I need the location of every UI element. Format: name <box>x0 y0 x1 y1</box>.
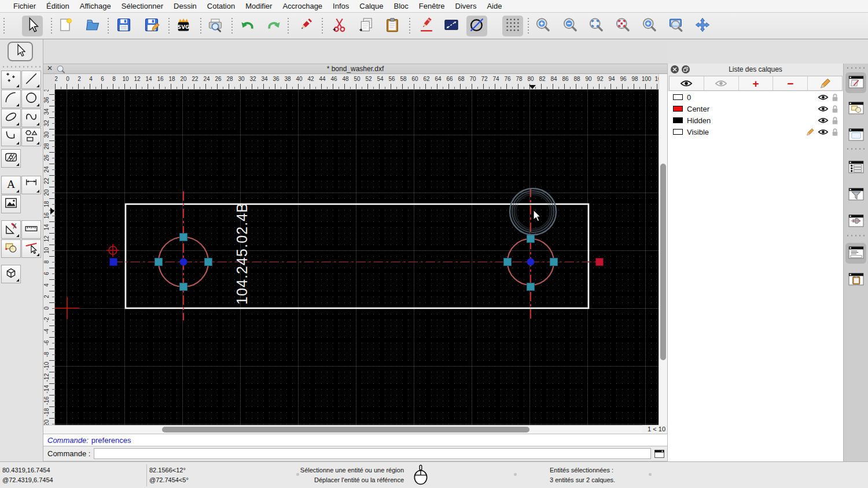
modify-tool-button[interactable] <box>1 220 21 239</box>
vertical-scrollbar[interactable] <box>659 74 667 425</box>
select-arrow-button[interactable] <box>22 16 43 36</box>
remove-layer-button[interactable]: − <box>773 76 808 90</box>
layer-color-swatch[interactable] <box>673 117 683 123</box>
zoom-in-button[interactable] <box>532 16 553 36</box>
redo-button[interactable] <box>264 16 285 36</box>
layer-visibility-eye-icon[interactable] <box>818 128 829 136</box>
open-file-button[interactable] <box>82 16 103 36</box>
menu-item-divers[interactable]: Divers <box>450 2 482 10</box>
layer-color-swatch[interactable] <box>673 106 683 112</box>
menu-item-infos[interactable]: Infos <box>328 2 354 10</box>
layer-row-0[interactable]: 0 <box>668 91 843 103</box>
menu-item-affichage[interactable]: Affichage <box>75 2 116 10</box>
library-browser-window-toggle[interactable] <box>845 125 866 146</box>
zoom-out-button[interactable] <box>560 16 580 36</box>
layer-list-window-toggle[interactable] <box>845 72 866 93</box>
menu-item-fenetre[interactable]: Fenêtre <box>414 2 450 10</box>
text-tool-button[interactable]: A <box>1 176 21 194</box>
layer-lock-icon[interactable] <box>832 116 838 125</box>
hide-all-layers-button[interactable] <box>704 76 739 90</box>
layer-visibility-eye-icon[interactable] <box>818 94 829 101</box>
menu-item-selectionner[interactable]: Sélectionner <box>116 2 168 10</box>
hatches-tool-button[interactable] <box>1 149 21 168</box>
save-as-button[interactable] <box>141 16 162 36</box>
export-svg-button[interactable]: SVG <box>173 16 194 36</box>
widget-list-window-toggle[interactable] <box>845 157 866 178</box>
grid-toggle-button[interactable] <box>502 16 523 36</box>
right-circle-center-handle[interactable] <box>527 258 535 266</box>
draft-mode-button[interactable] <box>466 16 487 36</box>
centerline-left-endpoint-handle[interactable] <box>110 258 117 266</box>
vertical-scrollbar-thumb[interactable] <box>660 164 666 360</box>
menu-item-modifier[interactable]: Modifier <box>240 2 277 10</box>
current-tool-indicator[interactable] <box>8 42 33 61</box>
layer-visibility-eye-icon[interactable] <box>818 105 829 113</box>
print-preview-button[interactable] <box>205 16 226 36</box>
select-entities-tool-button[interactable] <box>21 239 41 258</box>
splines-tool-button[interactable] <box>21 109 41 127</box>
layer-lock-icon[interactable] <box>832 93 838 102</box>
edit-pencil-button[interactable] <box>416 16 437 36</box>
menu-item-fichier[interactable]: Fichier <box>8 2 41 10</box>
menu-item-aide[interactable]: Aide <box>481 2 507 10</box>
measure-tool-button[interactable] <box>21 220 41 239</box>
palette-drag-handle[interactable] <box>2 66 41 68</box>
arcs-tool-button[interactable] <box>1 90 21 108</box>
ellipses-tool-button[interactable] <box>1 109 21 127</box>
left-circle-center-handle[interactable] <box>180 258 187 266</box>
menu-item-dessin[interactable]: Dessin <box>168 2 202 10</box>
undo-button[interactable] <box>237 16 258 36</box>
layer-row-visible[interactable]: Visible <box>668 126 843 138</box>
centerline-right-endpoint-handle[interactable] <box>596 258 604 266</box>
command-window-icon[interactable] <box>653 449 665 459</box>
points-tool-button[interactable] <box>1 71 21 89</box>
zoom-pan-button[interactable] <box>692 16 713 36</box>
edit-layer-button[interactable] <box>808 76 842 90</box>
washer-outline-rect[interactable] <box>126 204 589 308</box>
layer-lock-icon[interactable] <box>832 105 838 113</box>
cut-button[interactable] <box>329 16 350 36</box>
copy-button[interactable] <box>356 16 377 36</box>
solids-tool-button[interactable] <box>1 265 21 283</box>
measure-distance-button[interactable] <box>441 16 462 36</box>
menu-item-accrochage[interactable]: Accrochage <box>277 2 328 10</box>
horizontal-scrollbar[interactable] <box>43 425 642 434</box>
command-line-window-toggle[interactable] <box>845 243 866 264</box>
toolbar-drag-handle[interactable] <box>3 17 5 35</box>
entity-info-window-toggle[interactable] <box>845 211 866 232</box>
show-all-layers-button[interactable] <box>670 76 704 90</box>
menu-item-bloc[interactable]: Bloc <box>388 2 413 10</box>
layer-color-swatch[interactable] <box>673 129 683 135</box>
clipboard-window-toggle[interactable] <box>845 269 866 290</box>
drawing-canvas[interactable]: 104.245.02.4B <box>55 90 659 425</box>
layer-lock-icon[interactable] <box>832 128 838 136</box>
menu-item-cotation[interactable]: Cotation <box>202 2 240 10</box>
dimensions-tool-button[interactable] <box>21 176 41 194</box>
lines-tool-button[interactable] <box>21 71 41 89</box>
block-list-window-toggle[interactable] <box>845 98 866 119</box>
menu-item-edition[interactable]: Édition <box>41 2 75 10</box>
part-number-annotation[interactable]: 104.245.02.4B <box>234 203 250 305</box>
add-layer-button[interactable]: + <box>739 76 774 90</box>
zoom-selected-button[interactable] <box>612 16 633 36</box>
save-button[interactable] <box>113 16 134 36</box>
paste-button[interactable] <box>382 16 403 36</box>
zoom-previous-button[interactable] <box>639 16 660 36</box>
polylines-tool-button[interactable] <box>1 128 21 146</box>
layer-visibility-eye-icon[interactable] <box>818 117 829 124</box>
selection-filter-window-toggle[interactable] <box>845 184 866 205</box>
layer-color-swatch[interactable] <box>673 94 683 100</box>
delete-entities-button[interactable] <box>295 16 316 36</box>
shapes-tool-button[interactable] <box>21 128 41 146</box>
command-input[interactable] <box>94 448 651 459</box>
blocks-tool-button[interactable] <box>1 239 21 258</box>
zoom-window-button[interactable] <box>665 16 686 36</box>
layer-row-center[interactable]: Center <box>668 103 843 114</box>
zoom-auto-button[interactable] <box>586 16 606 36</box>
horizontal-scrollbar-thumb[interactable] <box>162 427 529 432</box>
menu-item-calque[interactable]: Calque <box>354 2 388 10</box>
layer-row-hidden[interactable]: Hidden <box>668 114 843 126</box>
circles-tool-button[interactable] <box>21 90 41 108</box>
images-tool-button[interactable] <box>1 195 21 213</box>
new-file-button[interactable] <box>55 16 76 36</box>
